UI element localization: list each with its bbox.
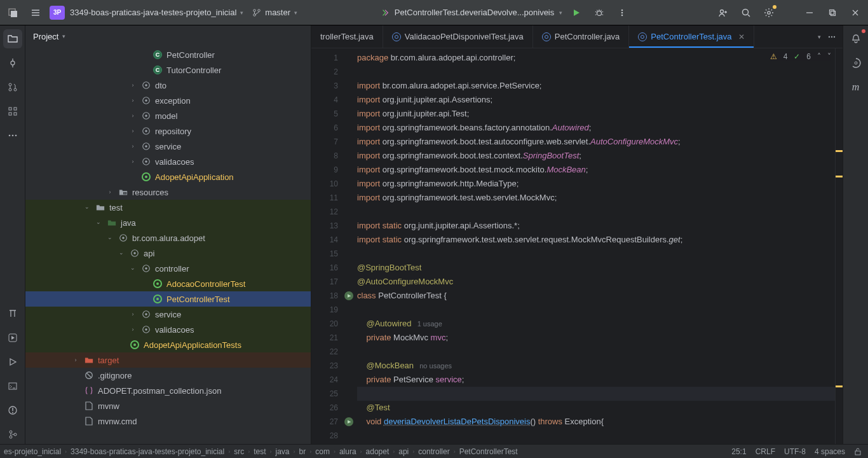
code-line[interactable]: @Autowired 1 usage: [357, 317, 835, 331]
tree-node[interactable]: ⌄controller: [25, 261, 311, 276]
run-line-icon[interactable]: ▶: [344, 291, 353, 300]
readonly-lock-icon[interactable]: [854, 448, 862, 455]
code-line[interactable]: import static org.junit.jupiter.api.Asse…: [357, 219, 835, 233]
project-tree[interactable]: CPetControllerCTutorController›dto›excep…: [25, 47, 311, 444]
breadcrumb-item[interactable]: test: [254, 447, 266, 456]
next-highlight-icon[interactable]: ˅: [827, 52, 831, 61]
caret-position[interactable]: 25:1: [731, 447, 746, 456]
tree-node[interactable]: ⌄br.com.alura.adopet: [25, 230, 311, 246]
code-line[interactable]: import org.springframework.beans.factory…: [357, 121, 835, 135]
code-line[interactable]: private PetService service;: [357, 373, 835, 387]
problems-tool-button[interactable]: [3, 401, 22, 420]
code-line[interactable]: import org.springframework.http.MediaTyp…: [357, 177, 835, 191]
expand-icon[interactable]: ›: [128, 311, 137, 317]
tree-node[interactable]: PetControllerTest: [25, 291, 311, 307]
code-line[interactable]: class PetControllerTest {: [357, 289, 835, 303]
expand-icon[interactable]: ›: [128, 113, 137, 119]
ai-assistant-tool-button[interactable]: [846, 53, 865, 73]
code-line[interactable]: [357, 205, 835, 219]
run-button[interactable]: [567, 4, 585, 22]
run-config-selector[interactable]: PetControllerTest.deveriaDevolve...poniv…: [381, 8, 562, 17]
window-maximize-button[interactable]: [824, 4, 841, 22]
code-line[interactable]: private MockMvc mvc;: [357, 331, 835, 345]
editor[interactable]: 1234567891011121314151617181920212223242…: [311, 48, 843, 444]
bookmarks-tool-button[interactable]: [3, 304, 22, 323]
more-tool-button[interactable]: [3, 126, 22, 145]
expand-icon[interactable]: ⌄: [117, 249, 126, 256]
editor-tab[interactable]: PetControllerTest.java✕: [629, 25, 754, 48]
line-separator[interactable]: CRLF: [756, 447, 775, 456]
main-menu-button[interactable]: [4, 4, 22, 22]
code-line[interactable]: import org.springframework.test.web.serv…: [357, 191, 835, 205]
editor-tab[interactable]: PetController.java: [533, 25, 630, 48]
tree-node[interactable]: CTutorController: [25, 62, 311, 78]
expand-icon[interactable]: ⌄: [105, 234, 114, 240]
tree-node[interactable]: mvnw.cmd: [25, 413, 311, 429]
debug-button[interactable]: [590, 4, 608, 22]
expand-icon[interactable]: ›: [128, 128, 137, 134]
tree-node[interactable]: AdocaoControllerTest: [25, 276, 311, 291]
tree-node[interactable]: ›model: [25, 108, 311, 123]
code-line[interactable]: [357, 247, 835, 261]
expand-icon[interactable]: ›: [128, 326, 137, 333]
more-actions-button[interactable]: [613, 4, 631, 22]
services-tool-button[interactable]: [3, 328, 22, 347]
tabs-more-icon[interactable]: [827, 32, 836, 41]
breadcrumb-item[interactable]: com: [315, 447, 330, 456]
code-line[interactable]: import br.com.alura.adopet.api.service.P…: [357, 79, 835, 93]
tree-node[interactable]: ADOPET.postman_collection.json: [25, 383, 311, 398]
code-line[interactable]: [357, 387, 835, 401]
tree-node[interactable]: ⌄api: [25, 246, 311, 261]
code-line[interactable]: @SpringBootTest: [357, 261, 835, 275]
tree-node[interactable]: .gitignore: [25, 368, 311, 383]
breadcrumb-item[interactable]: PetControllerTest: [459, 447, 518, 456]
tabs-dropdown-icon[interactable]: ▾: [818, 34, 821, 40]
tree-node[interactable]: ⌄java: [25, 215, 311, 230]
code-line[interactable]: @Test: [357, 401, 835, 415]
inspection-widget[interactable]: ⚠ 4 ✓ 6 ˄ ˅: [770, 52, 831, 61]
tree-node[interactable]: ›resources: [25, 184, 311, 200]
breadcrumb-item[interactable]: src: [234, 447, 244, 456]
editor-tab[interactable]: ValidacaoPetDisponivelTest.java: [383, 25, 533, 48]
tree-node[interactable]: ›validacoes: [25, 322, 311, 337]
project-selector[interactable]: 3349-boas-praticas-java-testes-projeto_i…: [70, 8, 243, 17]
tree-node[interactable]: ›service: [25, 307, 311, 322]
terminal-tool-button[interactable]: [3, 377, 22, 396]
tree-node[interactable]: mvnw: [25, 398, 311, 413]
breadcrumb-item[interactable]: alura: [339, 447, 356, 456]
search-everywhere-button[interactable]: [737, 4, 755, 22]
tree-node[interactable]: ›validacoes: [25, 154, 311, 169]
prev-highlight-icon[interactable]: ˄: [817, 52, 821, 61]
breadcrumb-item[interactable]: controller: [418, 447, 449, 456]
code-line[interactable]: [357, 345, 835, 359]
breadcrumb-item[interactable]: br: [299, 447, 306, 456]
window-close-button[interactable]: [846, 4, 864, 22]
window-minimize-button[interactable]: [801, 4, 818, 22]
code-line[interactable]: @MockBean no usages: [357, 359, 835, 373]
pull-requests-tool-button[interactable]: [3, 78, 22, 97]
run-gutter[interactable]: ▶▶: [342, 48, 357, 444]
tree-node[interactable]: ›target: [25, 352, 311, 368]
project-tool-button[interactable]: [3, 29, 22, 48]
run-line-icon[interactable]: ▶: [344, 417, 353, 426]
structure-tool-button[interactable]: [3, 102, 22, 121]
expand-icon[interactable]: ›: [128, 82, 137, 88]
git-branch-selector[interactable]: master ▾: [252, 8, 297, 17]
code-line[interactable]: [357, 65, 835, 79]
code-line[interactable]: import org.junit.jupiter.api.Assertions;: [357, 93, 835, 107]
breadcrumb[interactable]: es-projeto_inicial›3349-boas-praticas-ja…: [0, 447, 731, 456]
hamburger-menu-icon[interactable]: [27, 4, 44, 22]
code-line[interactable]: @AutoConfigureMockMvc: [357, 275, 835, 289]
breadcrumb-item[interactable]: 3349-boas-praticas-java-testes-projeto_i…: [71, 447, 224, 456]
tree-node[interactable]: ›exception: [25, 93, 311, 108]
code-line[interactable]: import org.springframework.boot.test.moc…: [357, 163, 835, 177]
code-line[interactable]: [357, 303, 835, 317]
tree-node[interactable]: ›dto: [25, 78, 311, 93]
tree-node[interactable]: ›service: [25, 139, 311, 154]
tree-node[interactable]: ›repository: [25, 123, 311, 139]
indent-setting[interactable]: 4 spaces: [815, 447, 845, 456]
project-view-header[interactable]: Project ▾: [25, 25, 311, 47]
tree-node[interactable]: AdopetApiApplication: [25, 169, 311, 184]
tree-node[interactable]: CPetController: [25, 47, 311, 62]
expand-icon[interactable]: ⌄: [83, 204, 92, 210]
